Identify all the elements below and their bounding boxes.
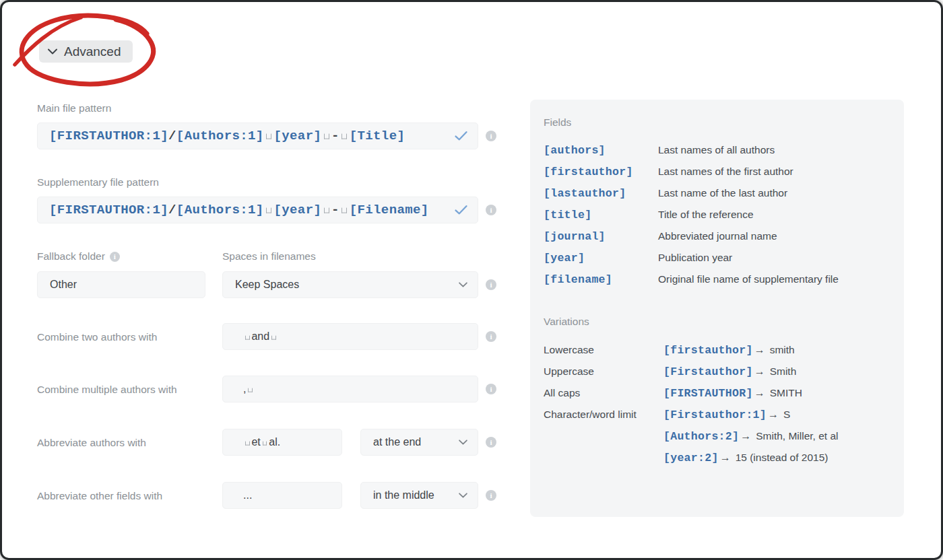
supplementary-pattern-input[interactable]: [FIRSTAUTHOR:1]/[Authors:1][year]-[Filen… (37, 197, 478, 223)
info-icon[interactable]: i (110, 252, 120, 262)
spaces-in-filenames-select[interactable]: Keep Spaces (222, 271, 478, 298)
field-code: [authors] (544, 139, 658, 161)
field-desc: Abbreviated journal name (658, 225, 839, 247)
info-icon[interactable]: i (486, 437, 496, 448)
valid-check-icon (455, 205, 467, 215)
field-code: [title] (544, 204, 658, 225)
arrow-icon: → (720, 452, 731, 464)
example-code: [Authors:2] (663, 430, 739, 443)
combine-multiple-authors-label: Combine multiple authors with (37, 384, 177, 396)
example-result: Smith (770, 365, 797, 378)
field-code: [lastauthor] (544, 182, 658, 204)
combine-multiple-authors-input[interactable]: , (222, 376, 478, 403)
variation-row: Uppercase [Firstauthor] → Smith (544, 361, 839, 382)
example-result: S (783, 409, 790, 421)
fallback-folder-input[interactable]: Other (37, 271, 205, 298)
example-result: smith (770, 344, 795, 356)
main-pattern-value: [FIRSTAUTHOR:1]/[Authors:1][year]-[Title… (49, 129, 405, 143)
abbreviate-authors-label: Abbreviate authors with (37, 437, 146, 449)
field-desc: Last name of the last author (658, 182, 839, 204)
info-icon[interactable]: i (486, 384, 496, 394)
field-desc: Publication year (658, 247, 839, 269)
abbreviate-authors-input[interactable]: etal. (222, 429, 342, 456)
info-icon[interactable]: i (486, 205, 496, 215)
abbreviate-other-fields-label: Abbreviate other fields with (37, 490, 162, 502)
info-icon[interactable]: i (486, 279, 496, 290)
arrow-icon: → (754, 344, 765, 356)
chevron-down-icon (459, 440, 467, 445)
main-pattern-input[interactable]: [FIRSTAUTHOR:1]/[Authors:1][year]-[Title… (37, 123, 478, 149)
settings-page: Advanced Main file pattern [FIRSTAUTHOR:… (0, 0, 943, 560)
variation-label: Lowercase (544, 339, 663, 361)
info-icon[interactable]: i (486, 331, 496, 342)
info-icon[interactable]: i (486, 490, 496, 501)
valid-check-icon (455, 131, 467, 141)
example-code: [Firstauthor:1] (663, 409, 767, 421)
help-panel: Fields [authors] Last names of all autho… (530, 100, 904, 517)
advanced-toggle-label: Advanced (64, 44, 121, 59)
field-code: [journal] (544, 225, 658, 247)
fields-title: Fields (544, 116, 571, 129)
example-code: [firstauthor] (663, 344, 753, 357)
advanced-toggle-button[interactable]: Advanced (39, 40, 133, 63)
abbreviate-other-fields-input[interactable]: ... (222, 482, 342, 509)
supplementary-pattern-value: [FIRSTAUTHOR:1]/[Authors:1][year]-[Filen… (49, 203, 429, 217)
arrow-icon: → (754, 387, 765, 399)
example-result: 15 (instead of 2015) (736, 452, 828, 464)
chevron-down-icon (459, 493, 467, 498)
field-code: [filename] (544, 269, 658, 290)
chevron-down-icon (459, 282, 467, 287)
arrow-icon: → (754, 365, 765, 378)
abbreviate-authors-position-select[interactable]: at the end (360, 429, 478, 456)
field-desc: Last names of all authors (658, 139, 839, 161)
example-code: [Firstauthor] (663, 365, 753, 378)
combine-two-authors-input[interactable]: and (222, 323, 478, 350)
abbreviate-other-fields-position-select[interactable]: in the middle (360, 482, 478, 509)
variation-label: Character/word limit (544, 404, 663, 468)
variations-list: Lowercase [firstauthor] → smith Uppercas… (544, 339, 839, 468)
arrow-icon: → (768, 409, 779, 421)
example-result: Smith, Miller, et al (756, 430, 838, 442)
fields-list: [authors] Last names of all authors [fir… (544, 139, 839, 290)
variation-row: All caps [FIRSTAUTHOR] → SMITH (544, 382, 839, 404)
combine-two-authors-label: Combine two authors with (37, 331, 157, 343)
variation-row: Lowercase [firstauthor] → smith (544, 339, 839, 361)
field-code: [year] (544, 247, 658, 269)
info-icon[interactable]: i (486, 131, 496, 141)
field-desc: Title of the reference (658, 204, 839, 225)
field-desc: Last names of the first author (658, 161, 839, 182)
example-code: [FIRSTAUTHOR] (663, 387, 753, 400)
example-result: SMITH (770, 387, 802, 399)
arrow-icon: → (740, 430, 751, 442)
example-code: [year:2] (663, 452, 719, 464)
chevron-down-icon (48, 48, 57, 55)
main-pattern-label: Main file pattern (37, 102, 111, 114)
field-code: [firstauthor] (544, 161, 658, 182)
variation-label: Uppercase (544, 361, 663, 382)
variation-row: Character/word limit [Firstauthor:1] → S… (544, 404, 839, 468)
variations-title: Variations (544, 316, 589, 328)
fallback-folder-label: Fallback folder i (37, 250, 120, 262)
supplementary-pattern-label: Supplementary file pattern (37, 176, 159, 188)
variation-label: All caps (544, 382, 663, 404)
field-desc: Original file name of supplementary file (658, 269, 839, 290)
spaces-in-filenames-label: Spaces in filenames (222, 250, 316, 262)
